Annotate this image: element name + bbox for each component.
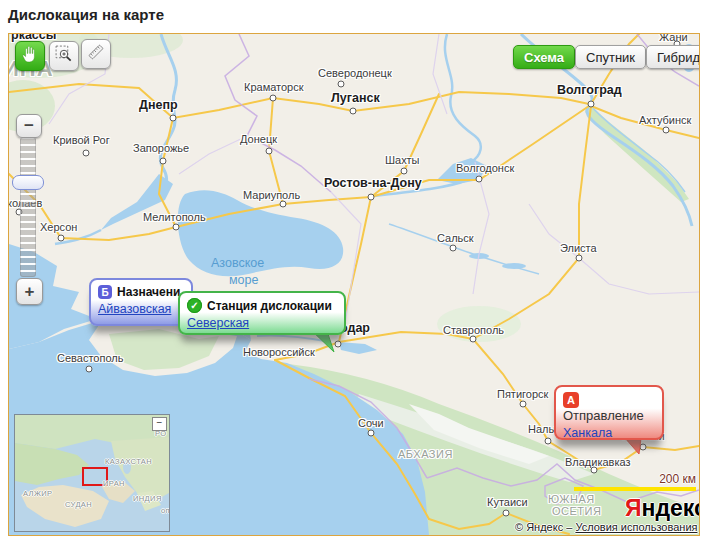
zoom-select-tool-button[interactable] [49, 41, 79, 71]
zoom-select-icon [54, 44, 74, 68]
ruler-tool-button[interactable] [81, 39, 111, 69]
minimap-label: АЛЖИР [23, 489, 52, 498]
balloon-station: ✓ Станция дислокации Северская [178, 291, 346, 335]
balloon-departure: А Отправление Ханкала [554, 385, 664, 440]
marker-b-icon: Б [98, 285, 112, 299]
hand-icon [20, 44, 40, 68]
marker-a-icon: А [563, 392, 579, 408]
logo-rest: ндекс [642, 495, 700, 521]
minimap-label: ИНДИЯ [133, 494, 162, 503]
departure-title: Отправление [563, 408, 655, 423]
copyright: © Яндекс – Условия использования [515, 521, 697, 533]
scale-label: 200 км [574, 472, 696, 486]
station-title: Станция дислокации [207, 299, 332, 313]
departure-balloon-tail [617, 438, 647, 458]
station-link[interactable]: Северская [187, 316, 249, 330]
minimap-label: СУДАН [65, 500, 92, 509]
map-type-hybrid-button[interactable]: Гибрид [646, 45, 700, 69]
minimap-label: КАЗАХСТАН [105, 457, 152, 466]
terms-link[interactable]: Условия использования [575, 521, 697, 533]
scale-bar [574, 487, 696, 491]
hand-tool-button[interactable] [15, 41, 45, 71]
zoom-out-button[interactable]: − [16, 114, 42, 138]
copyright-prefix: © Яндекс – [515, 521, 575, 533]
zoom-slider-handle[interactable] [12, 175, 44, 190]
destination-station-link[interactable]: Айвазовская [98, 302, 171, 316]
minimap-collapse-button[interactable]: − [152, 417, 167, 431]
zoom-in-button[interactable]: + [16, 278, 43, 305]
yandex-logo[interactable]: Яндекс [625, 495, 700, 522]
minimap-label: ИРАН [103, 479, 125, 488]
minimap-label: оп [161, 506, 170, 515]
page-title: Дислокация на карте [8, 6, 164, 23]
minimap[interactable]: − РОКАЗАХСТАНИРАНАЛЖИРСУДАНИНДИЯоп [14, 414, 170, 532]
ruler-icon [86, 42, 106, 66]
check-icon: ✓ [187, 298, 202, 313]
logo-ya: Я [625, 495, 642, 521]
map-type-scheme-button[interactable]: Схема [513, 45, 575, 69]
map-canvas[interactable]: ркассыИНАЖаниДнепрКривой РогЗапорожьекол… [8, 33, 700, 536]
destination-title: Назначени [117, 285, 180, 299]
zoom-slider-track[interactable] [20, 137, 36, 277]
map-type-satellite-button[interactable]: Спутник [575, 45, 646, 69]
departure-station-link[interactable]: Ханкала [563, 426, 612, 440]
